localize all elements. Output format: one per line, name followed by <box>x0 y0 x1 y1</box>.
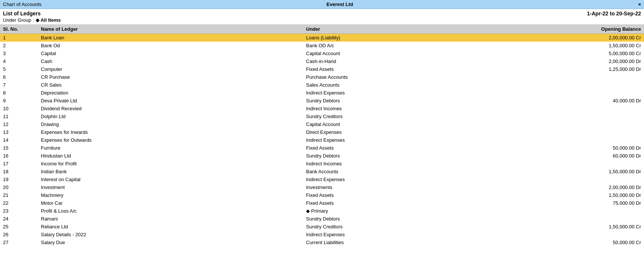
cell-under: Direct Expenses <box>303 128 492 136</box>
cell-under: Fixed Assets <box>303 65 492 73</box>
cell-opening-balance <box>492 176 644 183</box>
table-row[interactable]: 16Hindustan LtdSundry Debtors60,000.00 D… <box>0 152 644 160</box>
cell-slno: 18 <box>0 168 38 176</box>
cell-opening-balance <box>492 73 644 81</box>
cell-slno: 11 <box>0 112 38 120</box>
table-row[interactable]: 24RamaniSundry Debtors <box>0 215 644 223</box>
cell-slno: 13 <box>0 128 38 136</box>
table-row[interactable]: 13Expenses for InwardsDirect Expenses <box>0 128 644 136</box>
cell-slno: 16 <box>0 152 38 160</box>
cell-ledger-name: Depreciation <box>38 89 303 97</box>
cell-ledger-name: Bank Od <box>38 42 303 50</box>
table-row[interactable]: 21MachnieryFixed Assets1,50,000.00 Dr <box>0 191 644 199</box>
cell-opening-balance <box>492 120 644 128</box>
col-header-under: Under <box>303 25 492 34</box>
table-row[interactable]: 11Dolphin LtdSundry Creditors <box>0 112 644 120</box>
cell-slno: 4 <box>0 57 38 65</box>
table-row[interactable]: 8DepreciationIndirect Expenses <box>0 89 644 97</box>
table-row[interactable]: 27Salary DueCurrent Liabilities50,000.00… <box>0 238 644 246</box>
under-group-value: ◆ All Items <box>36 17 61 23</box>
table-row[interactable]: 1Bank LoanLoans (Liability)2,00,000.00 C… <box>0 34 644 42</box>
table-row[interactable]: 10Dividend ReceviedIndirect Incomes <box>0 105 644 112</box>
cell-slno: 1 <box>0 34 38 42</box>
cell-ledger-name: Reliance Ltd <box>38 223 303 231</box>
cell-slno: 8 <box>0 89 38 97</box>
cell-ledger-name: Capital <box>38 50 303 57</box>
cell-opening-balance: 2,00,000.00 Dr <box>492 57 644 65</box>
cell-ledger-name: CR Sales <box>38 81 303 89</box>
cell-ledger-name: Cash <box>38 57 303 65</box>
header-section: List of Ledgers 1-Apr-22 to 20-Sep-22 Un… <box>0 9 644 25</box>
cell-opening-balance <box>492 215 644 223</box>
table-row[interactable]: 7CR SalesSales Accounts <box>0 81 644 89</box>
cell-slno: 27 <box>0 238 38 246</box>
cell-ledger-name: Ramani <box>38 215 303 223</box>
cell-opening-balance <box>492 105 644 112</box>
cell-ledger-name: Machniery <box>38 191 303 199</box>
table-row[interactable]: 5ComputerFixed Assets1,25,000.00 Dr <box>0 65 644 73</box>
table-row[interactable]: 15FurnitureFixed Assets50,000.00 Dr <box>0 144 644 152</box>
cell-under: Indirect Incomes <box>303 160 492 168</box>
table-row[interactable]: 19Interest on CapitalIndirect Expenses <box>0 176 644 183</box>
cell-ledger-name: Dividend Recevied <box>38 105 303 112</box>
cell-under: Fixed Assets <box>303 144 492 152</box>
cell-ledger-name: Expenses for Outwards <box>38 136 303 144</box>
cell-slno: 20 <box>0 183 38 191</box>
col-header-balance: Opening Balance <box>492 25 644 34</box>
cell-opening-balance: 5,00,000.00 Cr <box>492 50 644 57</box>
table-row[interactable]: 3CapitalCapital Account5,00,000.00 Cr <box>0 50 644 57</box>
cell-under: Loans (Liability) <box>303 34 492 42</box>
table-row[interactable]: 26Salary Details - 2022Indirect Expenses <box>0 231 644 238</box>
date-range: 1-Apr-22 to 20-Sep-22 <box>587 10 641 16</box>
cell-slno: 19 <box>0 176 38 183</box>
cell-slno: 5 <box>0 65 38 73</box>
cell-slno: 14 <box>0 136 38 144</box>
cell-slno: 6 <box>0 73 38 81</box>
cell-under: Indirect Expenses <box>303 89 492 97</box>
cell-under: Sundry Creditors <box>303 112 492 120</box>
table-row[interactable]: 9Deva Private LtdSundry Debtors40,000.00… <box>0 97 644 105</box>
cell-under: Capital Account <box>303 50 492 57</box>
cell-under: ◆ Primary <box>303 207 492 215</box>
cell-slno: 9 <box>0 97 38 105</box>
cell-opening-balance: 40,000.00 Dr <box>492 97 644 105</box>
table-row[interactable]: 14Expenses for OutwardsIndirect Expenses <box>0 136 644 144</box>
cell-under: Indirect Expenses <box>303 176 492 183</box>
title-bar: Chart of Accounts Everest Ltd × <box>0 0 644 9</box>
table-row[interactable]: 6CR PurchasePurchase Accounts <box>0 73 644 81</box>
cell-slno: 12 <box>0 120 38 128</box>
table-row[interactable]: 17Income for ProfitIndirect Incomes <box>0 160 644 168</box>
under-group-label: Under Group <box>3 17 31 23</box>
table-row[interactable]: 18Indian BankBank Accounts1,50,000.00 Dr <box>0 168 644 176</box>
cell-slno: 2 <box>0 42 38 50</box>
col-header-name: Name of Ledger <box>38 25 303 34</box>
page-title: List of Ledgers <box>3 10 41 16</box>
table-row[interactable]: 23Profit & Loss A/c◆ Primary <box>0 207 644 215</box>
cell-opening-balance: 1,50,000.00 Cr <box>492 223 644 231</box>
cell-ledger-name: Interest on Capital <box>38 176 303 183</box>
cell-slno: 15 <box>0 144 38 152</box>
cell-under: Indirect Expenses <box>303 231 492 238</box>
cell-opening-balance: 2,00,000.00 Cr <box>492 34 644 42</box>
cell-ledger-name: Salary Due <box>38 238 303 246</box>
table-row[interactable]: 4CashCash-in-Hand2,00,000.00 Dr <box>0 57 644 65</box>
cell-opening-balance <box>492 231 644 238</box>
cell-slno: 10 <box>0 105 38 112</box>
cell-opening-balance <box>492 128 644 136</box>
cell-slno: 22 <box>0 199 38 207</box>
cell-opening-balance: 75,000.00 Dr <box>492 199 644 207</box>
table-row[interactable]: 12DrawingCapital Account <box>0 120 644 128</box>
table-row[interactable]: 25Reliance LtdSundry Creditors1,50,000.0… <box>0 223 644 231</box>
cell-slno: 21 <box>0 191 38 199</box>
table-row[interactable]: 2Bank OdBank OD A/c1,50,000.00 Cr <box>0 42 644 50</box>
ledger-table: Sl. No. Name of Ledger Under Opening Bal… <box>0 25 644 246</box>
cell-ledger-name: Income for Profit <box>38 160 303 168</box>
table-row[interactable]: 20InvestmentInvestments2,00,000.00 Dr <box>0 183 644 191</box>
cell-under: Fixed Assets <box>303 191 492 199</box>
close-icon[interactable]: × <box>638 2 641 7</box>
cell-under: Current Liabilities <box>303 238 492 246</box>
table-row[interactable]: 22Motor CarFixed Assets75,000.00 Dr <box>0 199 644 207</box>
cell-ledger-name: Hindustan Ltd <box>38 152 303 160</box>
cell-opening-balance: 1,25,000.00 Dr <box>492 65 644 73</box>
cell-ledger-name: Profit & Loss A/c <box>38 207 303 215</box>
